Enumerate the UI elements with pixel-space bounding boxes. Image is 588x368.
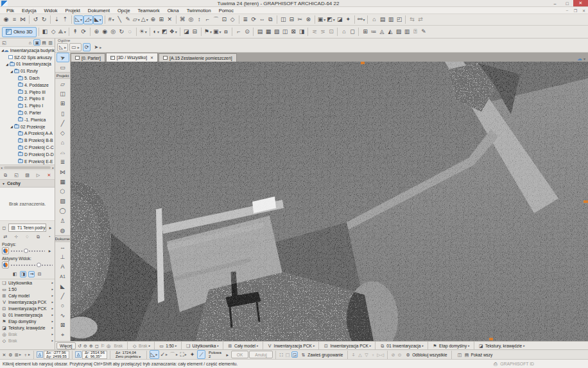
- zone-tool[interactable]: ◯: [56, 206, 69, 216]
- scroll-thumb[interactable]: [4, 166, 51, 169]
- trace-display-2-icon[interactable]: ◨: [20, 271, 27, 277]
- tracker-settings-icon[interactable]: ⚙: [8, 351, 13, 358]
- quick-override-none[interactable]: ◎Brak▸: [0, 331, 55, 337]
- markup-icon[interactable]: ✎: [419, 28, 428, 37]
- properties-header[interactable]: ▼ Cechy: [0, 180, 55, 188]
- camera-icon[interactable]: ◎: [109, 28, 117, 37]
- tree-item-przekroj-d[interactable]: D Przekrój D-D: [0, 151, 55, 158]
- 3d-document-icon[interactable]: ⊠: [289, 28, 297, 37]
- show-all-button[interactable]: ◫▤Pokaż wszy: [454, 351, 494, 358]
- worksheet-icon[interactable]: ▧: [272, 28, 281, 37]
- turn-view-icon[interactable]: ↻: [117, 28, 126, 37]
- qo-3d-style[interactable]: ◪Tekstury, krawędzie▸: [476, 342, 527, 349]
- qo-scale[interactable]: ▭1:50▸: [157, 342, 178, 349]
- project-map-icon[interactable]: ⌂: [27, 39, 33, 46]
- change-manager-icon[interactable]: ▥: [402, 28, 411, 37]
- doc-close-button[interactable]: ✕: [580, 8, 588, 13]
- layout-book-icon[interactable]: ▤: [41, 39, 47, 46]
- tree-item-piwnica[interactable]: -1. Piwnica: [0, 116, 55, 123]
- intersect-icon[interactable]: ⊗: [304, 15, 313, 24]
- tree-horizontal-scrollbar[interactable]: ◂ ▸: [0, 165, 55, 170]
- zoom-prev-icon[interactable]: ⋜: [310, 28, 318, 37]
- delta-xy-badge[interactable]: Δ: [37, 351, 43, 358]
- switch-reference-icon[interactable]: ⇄: [3, 233, 8, 240]
- library-icon[interactable]: ▥: [386, 15, 395, 24]
- more-tools-button[interactable]: Więcej: [56, 342, 76, 349]
- marquee-select-icon[interactable]: ⌘: [178, 15, 187, 24]
- autogroup-icon[interactable]: ◲: [291, 351, 298, 358]
- section-view-icon[interactable]: ▤: [255, 28, 264, 37]
- home-view-icon[interactable]: ⌂: [340, 28, 348, 37]
- undo-icon[interactable]: ↺: [31, 15, 40, 24]
- open-folder-icon[interactable]: ▷: [35, 171, 41, 178]
- look-to-icon[interactable]: ⊕: [92, 28, 101, 37]
- ungroup-icon[interactable]: ⬚: [285, 351, 291, 358]
- shell-tool[interactable]: ⌓: [56, 148, 69, 157]
- window-tool[interactable]: ⊞: [56, 99, 69, 109]
- column-tool[interactable]: ▯: [56, 109, 69, 118]
- graphic-override-icon[interactable]: ◭: [386, 28, 394, 37]
- marquee-settings-button[interactable]: ▭▸: [69, 43, 82, 51]
- zoom-out-icon[interactable]: ⊖: [83, 342, 89, 349]
- morph-tool[interactable]: ⬡: [56, 186, 69, 196]
- publisher-icon[interactable]: ▥: [48, 39, 53, 46]
- menu-projekt[interactable]: Projekt: [61, 8, 83, 13]
- tree-item-pietro1[interactable]: 1. Piętro I: [0, 102, 55, 109]
- cutaway-icon[interactable]: ◪: [182, 28, 191, 37]
- drawing-icon[interactable]: ⊙: [243, 28, 251, 37]
- link-icon[interactable]: ⚯▾: [357, 15, 366, 24]
- add-reference-icon[interactable]: ⊹: [13, 233, 19, 240]
- suspend-groups-button[interactable]: ⇅Zawieś grupowanie: [298, 351, 345, 358]
- send-backward-icon[interactable]: ▽: [363, 351, 369, 358]
- mesh-tool[interactable]: ▨: [56, 197, 69, 206]
- shaded-view-icon[interactable]: ◧: [41, 28, 49, 37]
- redo-icon[interactable]: ↻: [40, 15, 48, 24]
- zoom-in-icon[interactable]: ⊕: [89, 342, 94, 349]
- 3d-viewport[interactable]: [71, 62, 588, 341]
- level-dimension-tool[interactable]: ⊥: [56, 252, 69, 262]
- marquee-mode-button[interactable]: ◿▾: [83, 15, 93, 24]
- trace-display-4-icon[interactable]: ⊟: [37, 271, 42, 277]
- circle-tool[interactable]: ○: [56, 301, 69, 311]
- tree-item-spis[interactable]: SZ-02 Spis arkuszy: [0, 54, 55, 61]
- send-to-back-icon[interactable]: ⍖: [370, 351, 376, 358]
- relative-coords-button[interactable]: ＋▸: [22, 351, 31, 358]
- tree-item-przekroje[interactable]: ◢02 Przekroje: [0, 123, 55, 130]
- properties-icon[interactable]: ≔: [369, 28, 377, 37]
- layer-settings-icon[interactable]: ≡: [10, 15, 19, 24]
- quick-model-view[interactable]: ⊡Inwentaryzacja PCK▸: [0, 305, 55, 311]
- menu-plik[interactable]: Plik: [3, 8, 18, 13]
- vr-icon[interactable]: ◌: [126, 28, 134, 37]
- snap-check-button[interactable]: ✓▸: [160, 350, 169, 359]
- move-reference-icon[interactable]: ⧉: [35, 233, 41, 240]
- coordinate-ra[interactable]: Δr: 2514,96 ∡: 96,35°: [82, 351, 107, 359]
- quick-layer-combination[interactable]: ⧉01 Inwentaryzacja▸: [0, 311, 55, 318]
- cancel-input-icon[interactable]: ✕: [1, 351, 7, 358]
- snap-wand-button[interactable]: ✦: [188, 350, 196, 359]
- marquee-tool[interactable]: ▭: [56, 62, 69, 72]
- xref-icon[interactable]: ▤: [378, 15, 386, 24]
- adjust-icon[interactable]: ⊟: [288, 15, 296, 24]
- guide-snap-button[interactable]: ◺▸: [150, 350, 159, 359]
- qo-override[interactable]: ◇Brak▸: [130, 342, 152, 349]
- view-map-icon[interactable]: ▣: [33, 39, 40, 46]
- render-settings-icon[interactable]: ◩: [160, 28, 169, 37]
- orbit-bottom-icon[interactable]: ↺: [77, 342, 83, 349]
- issue-icon[interactable]: ⍰: [411, 28, 419, 37]
- inject-parameters-icon[interactable]: ⇡: [61, 15, 69, 24]
- shadow-icon[interactable]: ◐▾: [152, 28, 160, 37]
- pickup-parameters-icon[interactable]: ⇣: [53, 15, 61, 24]
- quick-pen-set[interactable]: ❏Użytkownika▸: [0, 279, 55, 286]
- favorites-icon[interactable]: ⊞: [361, 28, 369, 37]
- fillet-icon[interactable]: ⌐: [203, 15, 212, 24]
- walk-mode-icon[interactable]: ↟: [71, 28, 80, 37]
- roof-tool[interactable]: ⌂: [56, 138, 69, 148]
- wireframe-view-icon[interactable]: ◇: [49, 28, 58, 37]
- solid-ops-icon[interactable]: ▣▾: [317, 15, 327, 24]
- delete-icon[interactable]: ✕: [166, 15, 174, 24]
- wall-tool[interactable]: ▱: [56, 79, 69, 89]
- quick-renovation-filter[interactable]: ⚑Etap domyślny▸: [0, 318, 55, 324]
- morph-ops-icon[interactable]: ◩▾: [326, 15, 336, 24]
- groups-icon[interactable]: ⋈: [19, 15, 27, 24]
- polyline-tool[interactable]: ∿: [56, 311, 69, 320]
